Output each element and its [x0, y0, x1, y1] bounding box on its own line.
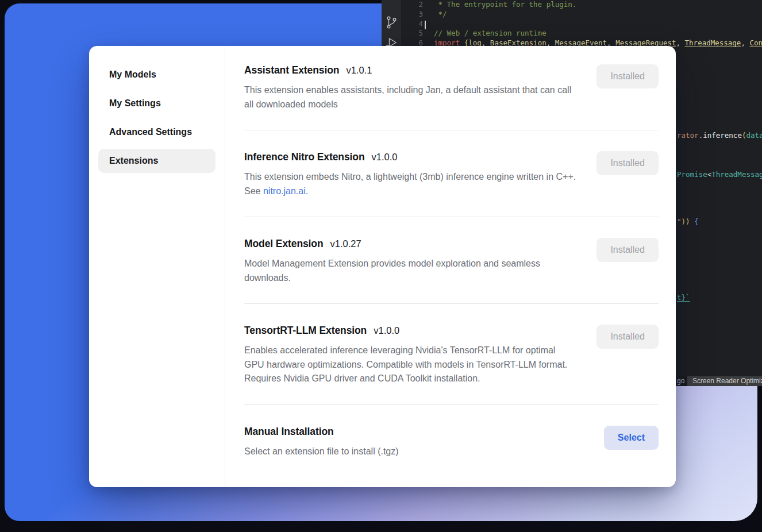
extension-title-row: Inference Nitro Extensionv1.0.0: [244, 151, 576, 163]
extension-name: TensortRT-LLM Extension: [244, 325, 367, 337]
code-token: ": [677, 217, 682, 226]
code-fragment: Promise<ThreadMessage>: [677, 170, 762, 180]
code-token: inference: [703, 131, 742, 140]
line-number: 4: [401, 20, 423, 29]
extension-version: v1.0.27: [330, 238, 361, 249]
line-number: 2: [401, 0, 423, 10]
code-token: ,: [676, 38, 685, 47]
settings-modal: My ModelsMy SettingsAdvanced SettingsExt…: [89, 46, 676, 487]
extension-name: Inference Nitro Extension: [244, 151, 365, 163]
code-line: 4: [401, 20, 762, 29]
description-text: Model Management Extension provides mode…: [244, 259, 540, 283]
code-text: // Web / extension runtime: [434, 29, 547, 38]
extension-version: v1.0.1: [346, 65, 372, 76]
line-number: 5: [401, 29, 423, 38]
extension-title-row: TensortRT-LLM Extensionv1.0.0: [244, 325, 576, 337]
sidebar-item-advanced-settings[interactable]: Advanced Settings: [98, 120, 215, 144]
code-fragment: t}`: [677, 293, 690, 303]
code-token: ThreadMessage: [711, 170, 762, 179]
extension-description: Enables accelerated inference leveraging…: [244, 344, 576, 386]
extension-row: TensortRT-LLM Extensionv1.0.0Enables acc…: [244, 304, 659, 405]
installed-button[interactable]: Installed: [596, 151, 659, 175]
extension-link[interactable]: nitro.jan.ai.: [263, 186, 308, 196]
text-cursor: [425, 21, 426, 29]
code-token: rator: [677, 131, 699, 140]
description-text: Enables accelerated inference leveraging…: [244, 345, 567, 383]
code-text: * The entrypoint for the plugin.: [434, 0, 576, 10]
sidebar-item-extensions[interactable]: Extensions: [98, 149, 215, 173]
extension-description: Select an extension file to install (.tg…: [244, 445, 399, 459]
code-line: 5// Web / extension runtime: [401, 29, 762, 38]
select-button[interactable]: Select: [604, 426, 659, 450]
code-token: */: [434, 10, 447, 18]
description-text: Select an extension file to install (.tg…: [244, 446, 399, 456]
extension-version: v1.0.0: [372, 152, 398, 163]
code-text: */: [434, 10, 447, 20]
line-number: 3: [401, 10, 423, 20]
settings-sidebar: My ModelsMy SettingsAdvanced SettingsExt…: [89, 46, 225, 487]
code-token: // Web / extension runtime: [434, 29, 547, 37]
extension-name: Manual Installation: [244, 426, 334, 438]
sidebar-item-label: My Settings: [109, 98, 161, 109]
sidebar-item-label: My Models: [109, 70, 156, 80]
sidebar-item-label: Extensions: [109, 156, 158, 166]
code-token: Promise: [677, 170, 707, 179]
code-token: ContentType: [749, 38, 762, 47]
sidebar-item-label: Advanced Settings: [109, 127, 192, 137]
extension-info: Manual InstallationSelect an extension f…: [244, 426, 399, 459]
code-token: ,: [741, 38, 749, 47]
installed-button[interactable]: Installed: [596, 238, 659, 262]
code-token: {: [690, 217, 699, 226]
installed-button[interactable]: Installed: [596, 325, 659, 349]
extension-info: Model Extensionv1.0.27Model Management E…: [244, 238, 576, 285]
extension-title-row: Manual Installation: [244, 426, 399, 438]
source-control-icon[interactable]: [384, 15, 398, 30]
extension-info: TensortRT-LLM Extensionv1.0.0Enables acc…: [244, 325, 576, 386]
description-text: This extension enables assistants, inclu…: [244, 85, 571, 109]
extension-info: Inference Nitro Extensionv1.0.0This exte…: [244, 151, 576, 198]
code-lines: 2 * The entrypoint for the plugin.3 */45…: [401, 0, 762, 48]
installed-button[interactable]: Installed: [596, 64, 659, 88]
extension-row: Inference Nitro Extensionv1.0.0This exte…: [244, 130, 659, 217]
extension-row: Assistant Extensionv1.0.1This extension …: [244, 46, 659, 130]
sidebar-item-my-models[interactable]: My Models: [98, 63, 215, 87]
sidebar-item-my-settings[interactable]: My Settings: [98, 91, 215, 115]
extension-name: Model Extension: [244, 238, 324, 250]
extension-version: v1.0.0: [374, 325, 399, 336]
extension-name: Assistant Extension: [244, 64, 339, 76]
code-fragment: ")) {: [677, 217, 699, 227]
screen-reader-status-button[interactable]: Screen Reader Optimize: [687, 376, 762, 386]
extension-title-row: Model Extensionv1.0.27: [244, 238, 576, 250]
code-line: 3 */: [401, 10, 762, 20]
code-fragment: rator.inference(data));: [677, 131, 762, 141]
code-token: data: [746, 131, 762, 140]
code-token: ThreadMessage: [685, 38, 741, 47]
code-line: 2 * The entrypoint for the plugin.: [401, 0, 762, 10]
extension-info: Assistant Extensionv1.0.1This extension …: [244, 64, 576, 111]
code-token: )): [682, 217, 690, 226]
code-token: * The entrypoint for the plugin.: [434, 0, 576, 9]
extension-description: This extension enables assistants, inclu…: [244, 83, 576, 111]
extension-row: Manual InstallationSelect an extension f…: [244, 405, 659, 473]
extension-description: This extension embeds Nitro, a lightweig…: [244, 170, 576, 198]
extension-row: Model Extensionv1.0.27Model Management E…: [244, 217, 659, 304]
extensions-list: Assistant Extensionv1.0.1This extension …: [225, 46, 676, 487]
extension-description: Model Management Extension provides mode…: [244, 257, 576, 285]
code-token: t}`: [677, 293, 690, 302]
status-text-fragment: go: [677, 377, 684, 385]
extension-title-row: Assistant Extensionv1.0.1: [244, 64, 576, 76]
